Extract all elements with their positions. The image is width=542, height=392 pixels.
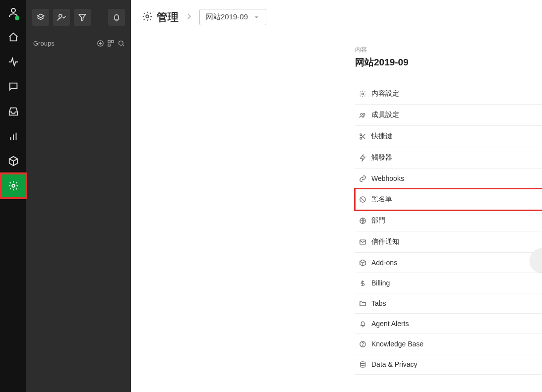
caret-down-icon [253, 14, 260, 21]
toolbar-notifications-button[interactable] [108, 9, 125, 26]
settings-item-label: 内容設定 [371, 89, 399, 98]
settings-item-link[interactable]: Webhooks [355, 168, 542, 189]
settings-item-label: Add-ons [371, 259, 397, 267]
groups-header: Groups [26, 35, 131, 51]
add-group-icon[interactable] [97, 40, 104, 47]
settings-item-database[interactable]: Data & Privacy [355, 354, 542, 375]
main-area: 管理 网站2019-09 内容 网站2019-09 + 新增 内容設定成員設定快… [131, 0, 542, 392]
dollar-icon [359, 280, 366, 287]
settings-item-users[interactable]: 成員設定 [355, 105, 542, 126]
toolbar-agents-button[interactable] [53, 9, 70, 26]
nav-analytics[interactable] [0, 124, 26, 149]
ban-icon [359, 196, 366, 203]
settings-item-label: 快捷鍵 [371, 132, 392, 141]
database-icon [359, 361, 366, 368]
settings-item-cube[interactable]: Add-ons [355, 253, 542, 273]
settings-item-label: 觸發器 [371, 153, 392, 162]
nav-messages[interactable] [0, 74, 26, 99]
settings-item-label: Billing [371, 279, 390, 287]
settings-item-label: Knowledge Base [371, 340, 423, 348]
settings-item-bolt[interactable]: 觸發器 [355, 147, 542, 168]
toolbar-filter-button[interactable] [74, 9, 91, 26]
settings-item-label: Tabs [371, 299, 386, 307]
help-icon [359, 340, 366, 348]
settings-item-ban[interactable]: 黑名單 [355, 189, 542, 210]
breadcrumb-bar: 管理 网站2019-09 [131, 0, 542, 35]
content-scroll: 内容 网站2019-09 + 新增 内容設定成員設定快捷鍵觸發器Webhooks… [131, 35, 542, 392]
scissors-icon [359, 133, 366, 140]
settings-item-folder[interactable]: Tabs [355, 293, 542, 314]
secondary-panel: Groups [26, 0, 131, 392]
settings-item-dollar[interactable]: Billing [355, 273, 542, 293]
nav-inbox[interactable] [0, 99, 26, 124]
globe-icon [359, 217, 366, 224]
project-title: 网站2019-09 [355, 56, 535, 69]
project-selector[interactable]: 网站2019-09 [199, 9, 266, 25]
toolbar-layers-button[interactable] [32, 9, 49, 26]
meta-label: 内容 [355, 46, 542, 54]
settings-item-gear[interactable]: 内容設定 [355, 83, 542, 105]
gear-icon [359, 90, 366, 98]
search-groups-icon[interactable] [118, 40, 125, 47]
settings-item-bell[interactable]: Agent Alerts [355, 314, 542, 334]
link-icon [359, 175, 366, 182]
settings-item-scissors[interactable]: 快捷鍵 [355, 126, 542, 147]
nav-activity[interactable] [0, 50, 26, 74]
settings-item-label: 信件通知 [371, 237, 399, 246]
nav-rail [0, 0, 26, 392]
bell-icon [359, 320, 366, 328]
settings-item-help[interactable]: Knowledge Base [355, 334, 542, 354]
settings-item-label: 黑名單 [371, 195, 392, 204]
settings-list: 内容設定成員設定快捷鍵觸發器Webhooks黑名單部門信件通知Add-onsBi… [355, 83, 542, 375]
nav-home[interactable] [0, 25, 26, 50]
cube-icon [359, 259, 366, 267]
settings-item-label: 成員設定 [371, 111, 399, 119]
project-selector-label: 网站2019-09 [206, 12, 248, 22]
gear-icon [142, 11, 153, 24]
status-online-dot [15, 16, 19, 20]
secondary-toolbar [26, 0, 131, 35]
users-icon [359, 112, 366, 119]
chevron-right-icon [184, 12, 193, 23]
mail-icon [359, 238, 366, 246]
settings-item-label: 部門 [371, 216, 385, 225]
settings-item-mail[interactable]: 信件通知 [355, 231, 542, 253]
settings-item-label: Agent Alerts [371, 320, 409, 328]
folder-icon [359, 300, 366, 307]
breadcrumb-title: 管理 [157, 10, 179, 25]
settings-item-globe[interactable]: 部門 [355, 210, 542, 231]
groups-label: Groups [33, 40, 55, 47]
bolt-icon [359, 154, 366, 162]
settings-item-label: Data & Privacy [371, 360, 418, 368]
profile-button[interactable] [0, 0, 26, 25]
settings-item-label: Webhooks [371, 174, 404, 182]
nav-settings[interactable] [0, 173, 26, 198]
nav-addons[interactable] [0, 149, 26, 173]
widgets-icon[interactable] [107, 40, 115, 47]
